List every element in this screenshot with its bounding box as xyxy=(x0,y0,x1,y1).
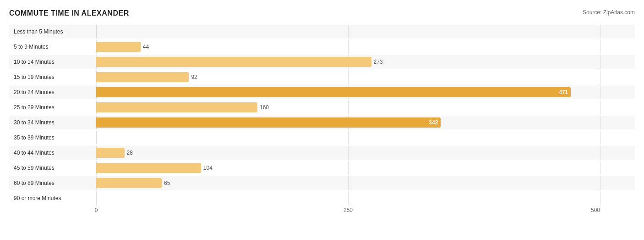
grid-line xyxy=(348,40,349,54)
grid-line xyxy=(348,176,349,190)
grid-line xyxy=(600,40,600,54)
bar-label: 45 to 59 Minutes xyxy=(9,162,96,174)
bar-row: 10 to 14 Minutes273 xyxy=(9,55,635,69)
bar: 471 xyxy=(96,87,571,97)
grid-line xyxy=(96,25,97,39)
bar-label: 35 to 39 Minutes xyxy=(9,132,96,144)
bar-value: 342 xyxy=(429,119,438,126)
bar-value: 273 xyxy=(374,59,383,65)
x-axis-label: 500 xyxy=(591,207,600,213)
bar: 342 xyxy=(96,117,441,128)
bar-label: 5 to 9 Minutes xyxy=(9,41,96,53)
bar-value: 92 xyxy=(191,74,197,80)
grid-line xyxy=(348,191,349,205)
bar-row: 60 to 89 Minutes65 xyxy=(9,176,635,190)
bar-value: 28 xyxy=(127,150,133,156)
bar-value: 65 xyxy=(164,180,170,186)
bar: 273 xyxy=(96,57,371,67)
grid-line xyxy=(600,146,600,160)
chart-title: COMMUTE TIME IN ALEXANDER xyxy=(9,9,129,17)
bar: 65 xyxy=(96,178,162,188)
grid-line xyxy=(600,100,600,114)
bar-label: 40 to 44 Minutes xyxy=(9,147,96,159)
grid-line xyxy=(348,146,349,160)
bar-container: 160 xyxy=(96,100,635,114)
grid-line xyxy=(348,161,349,175)
bar-row: 5 to 9 Minutes44 xyxy=(9,40,635,54)
bar-row: 20 to 24 Minutes471 xyxy=(9,85,635,99)
grid-line xyxy=(600,131,600,145)
bar-row: 15 to 19 Minutes92 xyxy=(9,70,635,84)
bar-container: 65 xyxy=(96,176,635,190)
bar-row: Less than 5 Minutes xyxy=(9,25,635,39)
grid-line xyxy=(600,70,600,84)
grid-line xyxy=(600,25,600,39)
bar-label: 30 to 34 Minutes xyxy=(9,117,96,128)
bar-label: 25 to 29 Minutes xyxy=(9,101,96,113)
grid-line xyxy=(600,55,600,69)
x-axis-label: 0 xyxy=(95,207,98,213)
chart-source: Source: ZipAtlas.com xyxy=(583,9,635,16)
bar: 160 xyxy=(96,102,257,112)
bar-container: 273 xyxy=(96,55,635,69)
bar: 92 xyxy=(96,72,189,82)
bar-container: 44 xyxy=(96,40,635,54)
bar-label: 15 to 19 Minutes xyxy=(9,71,96,83)
bar-row: 30 to 34 Minutes342 xyxy=(9,116,635,129)
bar-container xyxy=(96,191,635,205)
x-axis-label: 250 xyxy=(344,207,353,213)
bar-label: Less than 5 Minutes xyxy=(9,26,96,38)
bar: 28 xyxy=(96,148,125,158)
grid-line xyxy=(348,100,349,114)
grid-line xyxy=(600,85,600,99)
bar-value: 44 xyxy=(143,44,149,50)
grid-line xyxy=(600,191,600,205)
bar-value: 104 xyxy=(203,165,213,171)
grid-line xyxy=(348,131,349,145)
bar: 104 xyxy=(96,163,201,173)
bar-label: 60 to 89 Minutes xyxy=(9,177,96,189)
bar-container: 92 xyxy=(96,70,635,84)
bar-row: 40 to 44 Minutes28 xyxy=(9,146,635,160)
bar-container: 104 xyxy=(96,161,635,175)
grid-line xyxy=(600,116,600,129)
bar-row: 35 to 39 Minutes xyxy=(9,131,635,145)
bar-row: 90 or more Minutes xyxy=(9,191,635,205)
bar-container xyxy=(96,25,635,39)
bar-label: 90 or more Minutes xyxy=(9,192,96,204)
bar-container: 342 xyxy=(96,116,635,129)
bar-container: 471 xyxy=(96,85,635,99)
bar-value: 160 xyxy=(260,104,269,111)
bar-row: 45 to 59 Minutes104 xyxy=(9,161,635,175)
grid-line xyxy=(96,131,97,145)
grid-line xyxy=(348,70,349,84)
chart-wrapper: Less than 5 Minutes5 to 9 Minutes4410 to… xyxy=(9,25,635,216)
bar-container: 28 xyxy=(96,146,635,160)
bar-container xyxy=(96,131,635,145)
bar-label: 20 to 24 Minutes xyxy=(9,86,96,98)
grid-line xyxy=(600,176,600,190)
bar-label: 10 to 14 Minutes xyxy=(9,56,96,68)
grid-line xyxy=(348,25,349,39)
bar-value: 471 xyxy=(559,89,568,95)
bar-row: 25 to 29 Minutes160 xyxy=(9,100,635,114)
x-axis: 0250500 xyxy=(9,207,635,216)
chart-area: Less than 5 Minutes5 to 9 Minutes4410 to… xyxy=(9,25,635,205)
bar: 44 xyxy=(96,42,141,52)
grid-line xyxy=(600,161,600,175)
grid-line xyxy=(96,191,97,205)
